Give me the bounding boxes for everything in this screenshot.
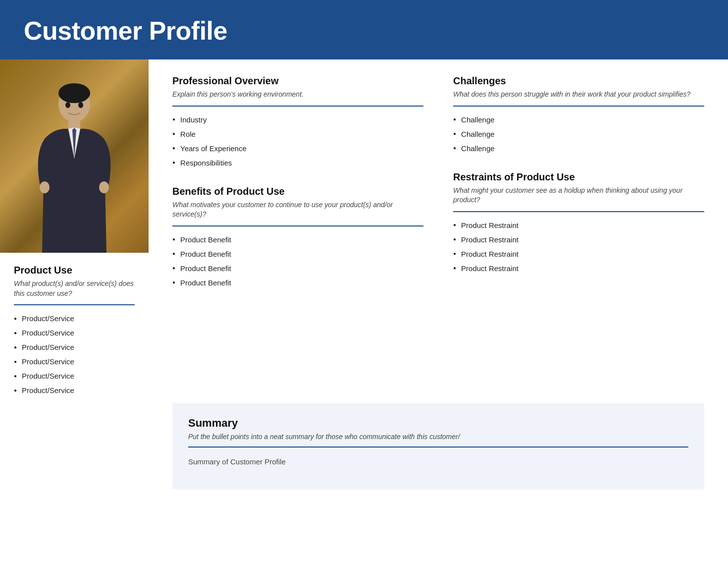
svg-point-7: [78, 102, 83, 108]
svg-point-5: [58, 83, 90, 103]
list-item: Product/Service: [14, 356, 135, 367]
product-use-section: Product Use What product(s) and/or servi…: [0, 253, 149, 395]
list-item: Product/Service: [14, 385, 135, 395]
restraints-section: Restraints of Product Use What might you…: [453, 171, 704, 274]
list-item: Product/Service: [14, 328, 135, 338]
svg-point-6: [65, 102, 70, 108]
list-item: Challenge: [453, 114, 704, 125]
list-item: Product Restraint: [453, 220, 704, 230]
summary-section: Summary Put the bullet points into a nea…: [172, 403, 704, 490]
main-content: Product Use What product(s) and/or servi…: [0, 59, 728, 505]
list-item: Product Benefit: [172, 278, 423, 288]
middle-column: Professional Overview Explain this perso…: [172, 75, 423, 387]
list-item: Product Restraint: [453, 234, 704, 245]
list-item: Product/Service: [14, 342, 135, 352]
summary-subtitle: Put the bullet points into a neat summar…: [188, 433, 688, 441]
benefits-subtitle: What motivates your customer to continue…: [172, 200, 423, 220]
challenges-divider: [453, 106, 704, 107]
professional-overview-section: Professional Overview Explain this perso…: [172, 75, 423, 168]
list-item: Years of Experience: [172, 143, 423, 154]
product-use-subtitle: What product(s) and/or service(s) does t…: [14, 279, 135, 298]
svg-point-4: [99, 181, 109, 193]
list-item: Industry: [172, 114, 423, 125]
professional-overview-list: Industry Role Years of Experience Respon…: [172, 114, 423, 168]
list-item: Challenge: [453, 129, 704, 139]
list-item: Product/Service: [14, 313, 135, 324]
benefits-divider: [172, 225, 423, 226]
profile-photo: [0, 59, 149, 253]
right-area: Professional Overview Explain this perso…: [149, 59, 728, 505]
right-column: Challenges What does this person struggl…: [453, 75, 704, 387]
professional-overview-divider: [172, 106, 423, 107]
benefits-list: Product Benefit Product Benefit Product …: [172, 234, 423, 288]
left-column: Product Use What product(s) and/or servi…: [0, 59, 149, 505]
benefits-section: Benefits of Product Use What motivates y…: [172, 186, 423, 288]
restraints-title: Restraints of Product Use: [453, 171, 704, 183]
summary-divider: [188, 447, 688, 448]
product-use-list: Product/Service Product/Service Product/…: [14, 313, 135, 395]
list-item: Role: [172, 129, 423, 139]
top-sections: Professional Overview Explain this perso…: [149, 59, 728, 387]
professional-overview-subtitle: Explain this person's working environmen…: [172, 90, 423, 100]
challenges-section: Challenges What does this person struggl…: [453, 75, 704, 154]
product-use-divider: [14, 304, 135, 305]
person-silhouette: [25, 74, 124, 253]
challenges-subtitle: What does this person struggle with in t…: [453, 90, 704, 100]
header: Customer Profile: [0, 0, 728, 59]
restraints-list: Product Restraint Product Restraint Prod…: [453, 220, 704, 274]
restraints-subtitle: What might your customer see as a holdup…: [453, 186, 704, 205]
list-item: Product/Service: [14, 371, 135, 381]
benefits-title: Benefits of Product Use: [172, 186, 423, 197]
list-item: Product Benefit: [172, 249, 423, 259]
summary-title: Summary: [188, 417, 688, 430]
challenges-list: Challenge Challenge Challenge: [453, 114, 704, 154]
list-item: Product Benefit: [172, 263, 423, 274]
list-item: Product Restraint: [453, 263, 704, 274]
list-item: Product Restraint: [453, 249, 704, 259]
list-item: Responsibilities: [172, 158, 423, 168]
challenges-title: Challenges: [453, 75, 704, 87]
list-item: Challenge: [453, 143, 704, 154]
svg-point-3: [40, 181, 50, 193]
restraints-divider: [453, 211, 704, 212]
svg-rect-2: [68, 119, 80, 129]
summary-body: Summary of Customer Profile: [188, 457, 688, 466]
product-use-title: Product Use: [14, 265, 135, 276]
list-item: Product Benefit: [172, 234, 423, 245]
page-title: Customer Profile: [24, 16, 704, 46]
professional-overview-title: Professional Overview: [172, 75, 423, 87]
